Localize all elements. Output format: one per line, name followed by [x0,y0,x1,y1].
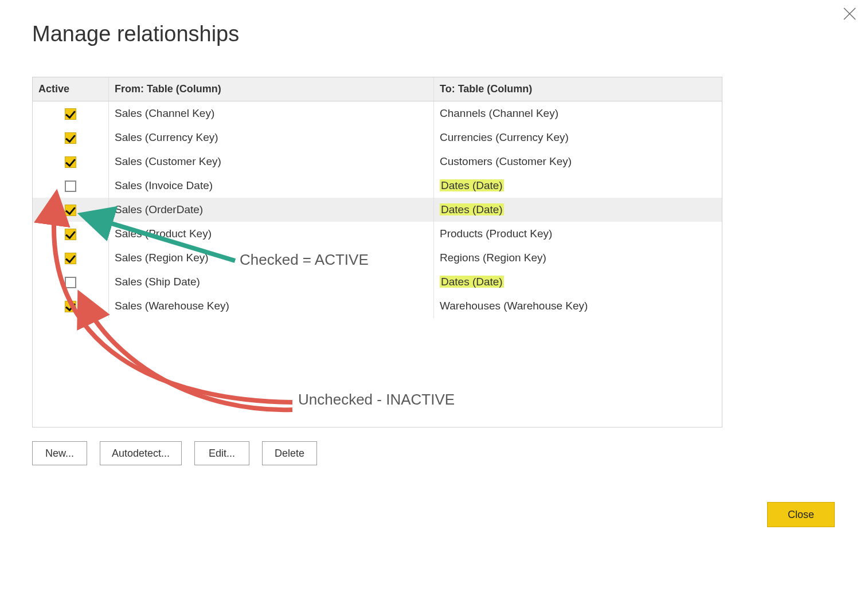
checkbox-checked-icon[interactable] [65,132,76,144]
from-cell: Sales (Currency Key) [109,125,434,150]
delete-button[interactable]: Delete [262,441,317,465]
new-button[interactable]: New... [32,441,87,465]
checkbox-checked-icon[interactable] [65,301,76,312]
checkbox-checked-icon[interactable] [65,108,76,120]
to-cell: Customers (Customer Key) [434,150,722,174]
from-cell: Sales (Invoice Date) [109,174,434,198]
col-header-from[interactable]: From: Table (Column) [109,77,434,101]
table-row[interactable]: Sales (OrderDate)Dates (Date) [33,198,722,222]
col-header-active[interactable]: Active [33,77,109,101]
autodetect-button[interactable]: Autodetect... [100,441,182,465]
table-row[interactable]: Sales (Warehouse Key)Warehouses (Warehou… [33,294,722,318]
checkbox-checked-icon[interactable] [65,229,76,240]
close-button[interactable]: Close [767,502,835,527]
relationships-table: Active From: Table (Column) To: Table (C… [32,77,722,427]
checkbox-unchecked-icon[interactable] [65,277,76,288]
table-row[interactable]: Sales (Region Key)Regions (Region Key) [33,246,722,270]
checkbox-checked-icon[interactable] [65,205,76,216]
table-row[interactable]: Sales (Currency Key)Currencies (Currency… [33,125,722,150]
to-cell: Dates (Date) [434,270,722,294]
table-row[interactable]: Sales (Ship Date)Dates (Date) [33,270,722,294]
from-cell: Sales (Ship Date) [109,270,434,294]
close-icon[interactable] [842,6,858,22]
dialog-title: Manage relationships [32,22,239,46]
to-cell: Currencies (Currency Key) [434,125,722,150]
annotation-unchecked: Unchecked - INACTIVE [298,391,455,409]
from-cell: Sales (Product Key) [109,222,434,246]
table-row[interactable]: Sales (Product Key)Products (Product Key… [33,222,722,246]
from-cell: Sales (Warehouse Key) [109,294,434,318]
from-cell: Sales (Channel Key) [109,101,434,126]
table-row[interactable]: Sales (Customer Key)Customers (Customer … [33,150,722,174]
table-row[interactable]: Sales (Channel Key)Channels (Channel Key… [33,101,722,126]
to-cell: Dates (Date) [434,174,722,198]
to-cell: Regions (Region Key) [434,246,722,270]
from-cell: Sales (Customer Key) [109,150,434,174]
col-header-to[interactable]: To: Table (Column) [434,77,722,101]
checkbox-unchecked-icon[interactable] [65,181,76,192]
table-row[interactable]: Sales (Invoice Date)Dates (Date) [33,174,722,198]
checkbox-checked-icon[interactable] [65,156,76,168]
to-cell: Products (Product Key) [434,222,722,246]
from-cell: Sales (OrderDate) [109,198,434,222]
annotation-checked: Checked = ACTIVE [240,251,369,269]
to-cell: Channels (Channel Key) [434,101,722,126]
to-cell: Warehouses (Warehouse Key) [434,294,722,318]
checkbox-checked-icon[interactable] [65,253,76,264]
to-cell: Dates (Date) [434,198,722,222]
edit-button[interactable]: Edit... [194,441,249,465]
